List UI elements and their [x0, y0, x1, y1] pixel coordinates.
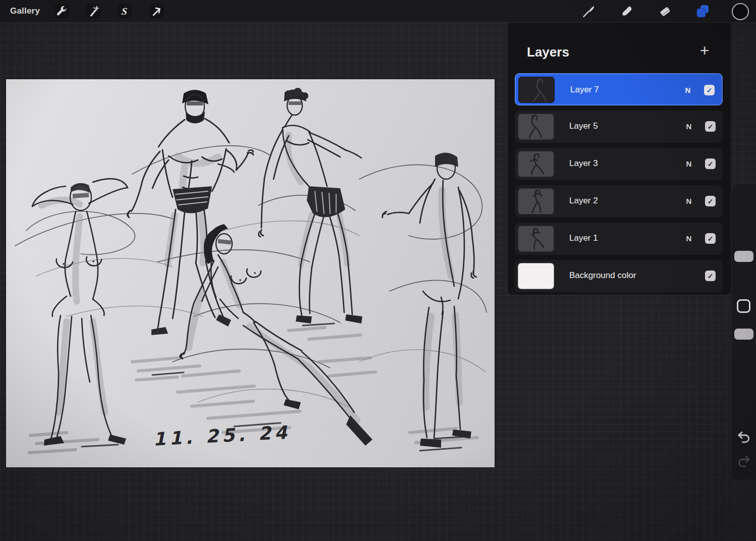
layer-list: Layer 7 N ✓ Layer 5 N ✓ Layer 3 N ✓	[515, 73, 723, 297]
blend-mode-button[interactable]: N	[683, 158, 694, 170]
gallery-button[interactable]: Gallery	[10, 0, 40, 22]
layer-name: Layer 5	[569, 111, 598, 143]
smudge-tool-button[interactable]	[619, 4, 634, 19]
blend-mode-button[interactable]: N	[682, 85, 693, 96]
layer-row-layer-7[interactable]: Layer 7 N ✓	[515, 73, 723, 105]
undo-icon	[736, 429, 751, 447]
layer-thumbnail[interactable]	[518, 226, 554, 252]
blend-mode-button[interactable]: N	[683, 121, 694, 132]
layers-icon	[695, 4, 710, 19]
layer-thumbnail[interactable]	[518, 151, 554, 177]
add-layer-button[interactable]: +	[695, 41, 714, 60]
eraser-icon	[658, 4, 672, 18]
transform-arrow-icon	[150, 5, 163, 17]
undo-button[interactable]	[735, 429, 752, 447]
figure-sketch: 11. 25. 24	[6, 79, 495, 467]
brush-sidebar	[732, 184, 756, 479]
layer-visibility-checkbox[interactable]: ✓	[705, 196, 716, 206]
eraser-tool-button[interactable]	[658, 4, 673, 19]
active-color-button[interactable]	[732, 3, 749, 20]
smudge-finger-icon	[619, 4, 633, 18]
blend-mode-button[interactable]: N	[683, 233, 694, 244]
blend-mode-button[interactable]: N	[683, 196, 694, 207]
layer-name: Layer 3	[569, 148, 598, 180]
modify-button[interactable]	[737, 299, 750, 313]
layer-thumbnail[interactable]	[518, 114, 554, 140]
layer-visibility-checkbox[interactable]: ✓	[705, 270, 716, 281]
layer-name: Layer 1	[569, 223, 598, 255]
layer-row-layer-5[interactable]: Layer 5 N ✓	[515, 111, 723, 143]
blend-mode-slot	[683, 270, 694, 282]
redo-button[interactable]	[735, 454, 752, 471]
background-color-thumbnail[interactable]	[518, 263, 554, 289]
layers-panel-title: Layers	[527, 44, 569, 60]
layers-panel-header: Layers +	[508, 22, 731, 73]
layer-row-layer-1[interactable]: Layer 1 N ✓	[515, 223, 723, 255]
transform-button[interactable]	[149, 4, 164, 19]
brush-tool-button[interactable]	[581, 4, 596, 19]
layer-visibility-checkbox[interactable]: ✓	[705, 233, 716, 244]
layers-panel: Layers + Layer 7 N ✓ Layer 5 N ✓	[508, 22, 731, 295]
layers-panel-button[interactable]	[695, 4, 710, 19]
wrench-icon	[56, 5, 68, 17]
selection-s-icon: S	[121, 6, 128, 17]
layer-visibility-checkbox[interactable]: ✓	[705, 158, 716, 169]
layer-name: Layer 7	[570, 74, 599, 106]
layer-visibility-checkbox[interactable]: ✓	[704, 85, 715, 95]
actions-button[interactable]	[54, 4, 69, 19]
procreate-app: Gallery S	[0, 0, 756, 541]
layer-name: Background color	[569, 260, 636, 292]
layer-row-background-color[interactable]: Background color ✓	[515, 260, 723, 292]
layer-row-layer-2[interactable]: Layer 2 N ✓	[515, 185, 723, 218]
layer-name: Layer 2	[569, 185, 598, 218]
brush-opacity-slider[interactable]	[734, 329, 753, 340]
paintbrush-icon	[581, 4, 596, 18]
top-toolbar: Gallery S	[0, 0, 756, 23]
brush-size-slider[interactable]	[734, 251, 753, 262]
date-inscription: 11. 25. 24	[152, 422, 291, 450]
selection-button[interactable]: S	[117, 4, 132, 19]
redo-icon	[736, 454, 751, 471]
magic-wand-icon	[87, 5, 99, 17]
adjustments-button[interactable]	[86, 4, 101, 19]
layer-thumbnail[interactable]	[518, 77, 555, 103]
layer-row-layer-3[interactable]: Layer 3 N ✓	[515, 148, 723, 180]
drawing-canvas[interactable]: 11. 25. 24	[6, 79, 495, 467]
layer-visibility-checkbox[interactable]: ✓	[705, 121, 716, 132]
layer-thumbnail[interactable]	[518, 188, 554, 214]
